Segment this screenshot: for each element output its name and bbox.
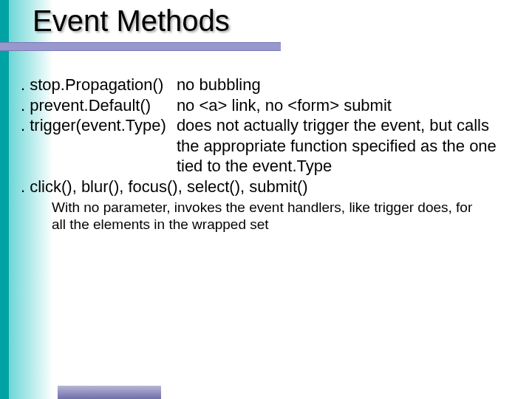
method-table: . stop.Propagation() no bubbling . preve…: [21, 75, 511, 177]
slide-body: . stop.Propagation() no bubbling . preve…: [0, 51, 532, 233]
footer-accent: [58, 386, 161, 399]
method-name: . stop.Propagation(): [21, 75, 177, 95]
table-row: . stop.Propagation() no bubbling: [21, 75, 511, 95]
method-desc: no <a> link, no <form> submit: [177, 95, 511, 116]
method-desc: no bubbling: [177, 75, 511, 95]
sub-note: With no parameter, invokes the event han…: [52, 200, 488, 233]
method-desc: does not actually trigger the event, but…: [177, 115, 511, 177]
slide-title: Event Methods: [33, 4, 532, 38]
table-row: . trigger(event.Type) does not actually …: [21, 115, 511, 177]
title-area: Event Methods: [0, 0, 532, 51]
method-name: . prevent.Default(): [21, 95, 177, 116]
table-row: . prevent.Default() no <a> link, no <for…: [21, 95, 511, 116]
method-list-line: . click(), blur(), focus(), select(), su…: [21, 177, 511, 197]
title-underline: [0, 42, 281, 51]
slide: Event Methods . stop.Propagation() no bu…: [0, 0, 532, 399]
method-name: . trigger(event.Type): [21, 115, 177, 177]
